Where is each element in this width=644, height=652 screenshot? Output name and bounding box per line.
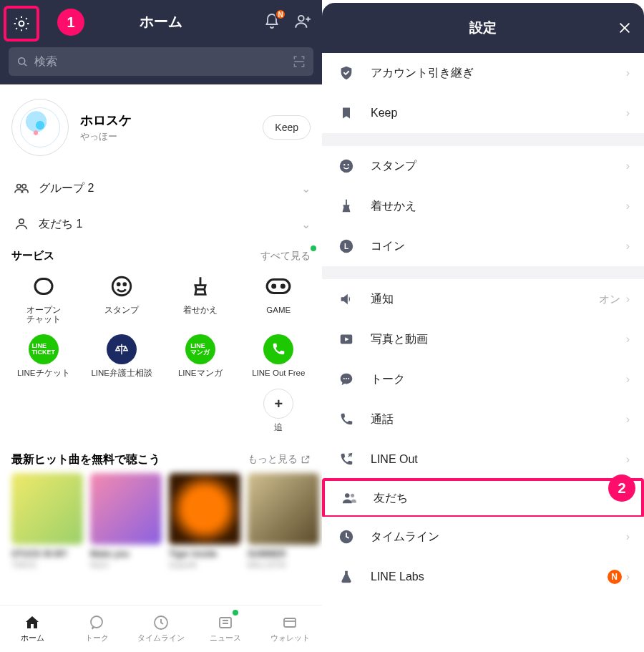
row-keep[interactable]: Keep› <box>322 93 644 133</box>
row-account-transfer[interactable]: アカウント引き継ぎ› <box>322 53 644 93</box>
tab-talk[interactable]: トーク <box>64 605 129 652</box>
service-more[interactable]: +追 <box>240 389 318 432</box>
music-card[interactable]: Tiger InsideSuperM <box>169 473 240 569</box>
row-friends-highlight[interactable]: 友だち› <box>322 478 644 518</box>
chat-solid-icon <box>338 371 354 387</box>
smile-icon <box>109 274 134 298</box>
services-see-all[interactable]: すべて見る <box>260 250 311 263</box>
tab-wallet[interactable]: ウォレット <box>258 605 322 652</box>
service-stamp[interactable]: スタンプ <box>83 271 162 324</box>
svg-point-25 <box>348 378 349 379</box>
clock-icon <box>152 614 170 631</box>
tab-home[interactable]: ホーム <box>0 605 64 652</box>
groups-row[interactable]: グループ 2 ⌄ <box>0 170 322 206</box>
service-openchat[interactable]: オープン チャット <box>4 271 83 324</box>
chevron-right-icon: › <box>626 67 630 79</box>
smile-solid-icon <box>338 158 354 174</box>
profile-name: ホロスケ <box>80 112 132 129</box>
chat-icon <box>88 614 105 631</box>
search-placeholder: 検索 <box>34 54 292 69</box>
svg-point-24 <box>346 378 347 379</box>
phone-icon <box>263 334 293 364</box>
services-header: サービス すべて見る <box>0 242 322 266</box>
service-manga[interactable]: LINE マンガLINEマンガ <box>161 334 240 378</box>
settings-screen: 設定 アカウント引き継ぎ› Keep› スタンプ› 着せかえ› Lコイン› 通知… <box>322 0 644 652</box>
row-stamp[interactable]: スタンプ› <box>322 146 644 186</box>
svg-point-23 <box>343 378 345 379</box>
svg-point-8 <box>118 283 120 286</box>
friends-row[interactable]: 友だち 1 ⌄ <box>0 206 322 242</box>
row-labs[interactable]: LINE LabsN› <box>322 557 644 597</box>
phone-out-icon <box>338 452 354 467</box>
clock-solid-icon <box>338 529 354 545</box>
svg-point-11 <box>273 285 275 288</box>
svg-point-19 <box>348 164 349 165</box>
avatar <box>20 107 60 147</box>
home-header: ホーム N 検索 <box>0 0 322 84</box>
settings-button-highlight[interactable] <box>4 6 39 42</box>
svg-point-17 <box>340 160 353 172</box>
row-coin[interactable]: Lコイン› <box>322 226 644 266</box>
brush-solid-icon <box>338 198 354 214</box>
music-card[interactable]: Make youNiziU <box>90 473 162 569</box>
notification-value: オン <box>599 293 620 306</box>
coin-icon: L <box>338 238 354 254</box>
scale-icon <box>107 334 137 364</box>
services-grid: オープン チャット スタンプ 着せかえ GAME LINE TICKETLINE… <box>0 266 322 439</box>
notifications-button[interactable]: N <box>263 13 280 30</box>
wallet-icon <box>281 614 298 631</box>
chevron-down-icon: ⌄ <box>301 182 311 195</box>
service-lawyer[interactable]: LINE弁護士相談 <box>83 334 162 378</box>
news-icon <box>217 614 234 631</box>
svg-point-4 <box>22 185 26 189</box>
scan-icon[interactable] <box>292 54 306 69</box>
profile-section[interactable]: ホロスケ やっほー Keep <box>0 84 322 170</box>
close-button[interactable] <box>617 20 633 36</box>
music-more[interactable]: もっと見る <box>248 453 311 466</box>
service-lineout[interactable]: LINE Out Free <box>240 334 318 378</box>
home-icon <box>24 614 41 631</box>
music-header: 最新ヒット曲を無料で聴こう もっと見る <box>0 439 322 473</box>
gamepad-icon <box>265 276 292 297</box>
person-icon <box>14 216 29 232</box>
add-friend-button[interactable] <box>293 12 312 31</box>
music-card[interactable]: STUCK IN MYTWICE <box>11 473 83 569</box>
chevron-down-icon: ⌄ <box>301 218 311 231</box>
row-notification[interactable]: 通知オン› <box>322 279 644 319</box>
add-person-icon <box>293 12 312 31</box>
service-ticket[interactable]: LINE TICKETLINEチケット <box>4 334 83 378</box>
svg-rect-16 <box>284 618 296 627</box>
tab-timeline[interactable]: タイムライン <box>129 605 193 652</box>
search-input[interactable]: 検索 <box>9 47 313 76</box>
settings-header: 設定 <box>322 3 644 53</box>
svg-point-26 <box>345 493 349 497</box>
service-theme[interactable]: 着せかえ <box>161 271 240 324</box>
svg-point-3 <box>17 185 21 189</box>
external-icon <box>301 454 311 464</box>
line-manga-icon: LINE マンガ <box>185 334 215 364</box>
svg-point-12 <box>282 285 285 288</box>
svg-point-27 <box>351 494 354 497</box>
bottom-tabbar: ホーム トーク タイムライン ニュース ウォレット <box>0 605 322 652</box>
chevron-right-icon: › <box>626 333 630 346</box>
row-line-out[interactable]: LINE Out› <box>322 439 644 480</box>
gear-icon <box>12 14 31 33</box>
callout-1: 1 <box>57 9 84 36</box>
music-carousel[interactable]: STUCK IN MYTWICE Make youNiziU Tiger Ins… <box>0 473 322 569</box>
row-timeline[interactable]: タイムライン› <box>322 517 644 557</box>
keep-button[interactable]: Keep <box>263 115 311 140</box>
row-call[interactable]: 通話› <box>322 399 644 439</box>
svg-point-9 <box>124 283 126 286</box>
service-game[interactable]: GAME <box>240 271 318 324</box>
plus-icon: + <box>263 389 293 419</box>
tab-news[interactable]: ニュース <box>193 605 258 652</box>
row-photo-video[interactable]: 写真と動画› <box>322 319 644 359</box>
svg-point-5 <box>19 219 24 223</box>
callout-2: 2 <box>608 475 635 502</box>
chevron-right-icon: › <box>626 240 630 253</box>
play-square-icon <box>338 331 354 347</box>
shield-check-icon <box>338 65 354 81</box>
row-theme[interactable]: 着せかえ› <box>322 186 644 226</box>
row-talk[interactable]: トーク› <box>322 359 644 399</box>
music-card[interactable]: SUMMERBALLISTIK <box>248 473 319 569</box>
